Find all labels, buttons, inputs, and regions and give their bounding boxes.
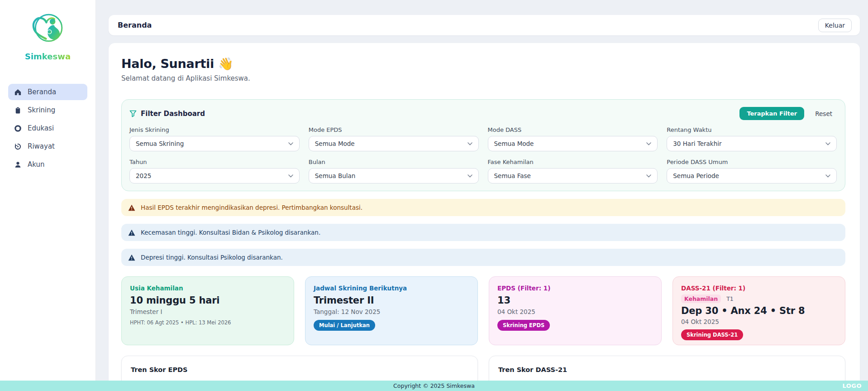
alert-epds-depression: Hasil EPDS terakhir mengindikasikan depr… (121, 199, 845, 216)
filter-field-jenis-skrining: Jenis Skrining Semua Skrining (129, 126, 300, 151)
main-area: Beranda Keluar Halo, Sunartii 👋 Selamat … (96, 0, 868, 391)
footer-bar: Copyright © 2025 Simkeswa LOGO (0, 381, 868, 391)
app-name: Simkeswa (25, 52, 71, 61)
logout-button[interactable]: Keluar (818, 19, 852, 32)
history-icon (14, 143, 22, 150)
filter-field-mode-dass: Mode DASS Semua Mode (488, 126, 658, 151)
warning-triangle-icon (128, 204, 135, 211)
periode-dass-select[interactable]: Semua Periode (667, 168, 837, 183)
dass-badge: Skrining DASS-21 (681, 329, 743, 340)
card-sub: Tanggal: 12 Nov 2025 (314, 308, 469, 315)
filter-field-mode-epds: Mode EPDS Semua Mode (309, 126, 479, 151)
chevron-down-icon (467, 174, 472, 178)
mode-epds-select[interactable]: Semua Mode (309, 136, 479, 151)
field-label: Fase Kehamilan (488, 159, 658, 165)
card-label: EPDS (Filter: 1) (497, 285, 653, 292)
alert-text: Hasil EPDS terakhir mengindikasikan depr… (141, 204, 362, 211)
chevron-down-icon (288, 174, 293, 178)
sidebar-item-riwayat[interactable]: Riwayat (8, 138, 87, 154)
card-sub: 04 Okt 2025 (681, 318, 837, 325)
filter-field-bulan: Bulan Semua Bulan (309, 159, 479, 183)
card-label: Jadwal Skrining Berikutnya (314, 285, 469, 292)
topbar: Beranda Keluar (109, 15, 860, 35)
app-layout: Simkeswa Beranda Skrining Edukas (0, 0, 868, 391)
sidebar-item-label: Riwayat (28, 142, 55, 150)
alert-anxiety: Kecemasan tinggi. Konsultasi Bidan & Psi… (121, 224, 845, 241)
home-icon (14, 88, 22, 96)
page-title: Beranda (118, 21, 152, 29)
copyright-text: Copyright © 2025 Simkeswa (393, 382, 475, 389)
card-sub: Trimester I (130, 308, 286, 315)
card-label: Usia Kehamilan (130, 285, 286, 292)
sidebar-item-label: Skrining (28, 106, 55, 114)
dass-chips: Kehamilan T1 (681, 294, 837, 303)
field-label: Tahun (129, 159, 300, 165)
epds-badge: Skrining EPDS (497, 320, 550, 331)
sidebar-nav: Beranda Skrining Edukasi (0, 84, 95, 174)
stat-cards: Usia Kehamilan 10 minggu 5 hari Trimeste… (121, 276, 845, 345)
bulan-select[interactable]: Semua Bulan (309, 168, 479, 183)
jenis-skrining-select[interactable]: Semua Skrining (129, 136, 300, 151)
app-logo: Simkeswa (25, 10, 71, 61)
reset-filter-button[interactable]: Reset (811, 107, 837, 120)
start-screening-button[interactable]: Mulai / Lanjutkan (314, 320, 375, 331)
fase-kehamilan-select[interactable]: Semua Fase (488, 168, 658, 183)
card-value: Trimester II (314, 295, 469, 306)
greeting-subtitle: Selamat datang di Aplikasi Simkeswa. (121, 74, 845, 82)
tahun-select[interactable]: 2025 (129, 168, 300, 183)
field-label: Mode EPDS (309, 126, 479, 133)
card-detail: HPHT: 06 Agt 2025 • HPL: 13 Mei 2026 (130, 319, 286, 326)
filter-funnel-icon (129, 110, 137, 117)
filter-field-tahun: Tahun 2025 (129, 159, 300, 183)
mode-dass-select[interactable]: Semua Mode (488, 136, 658, 151)
user-icon (14, 161, 22, 169)
chart-title: Tren Skor DASS-21 (498, 366, 836, 373)
alert-depression: Depresi tinggi. Konsultasi Psikolog disa… (121, 249, 845, 266)
filter-dashboard-panel: Filter Dashboard Terapkan Filter Reset J… (121, 99, 845, 191)
card-label: DASS-21 (Filter: 1) (681, 285, 837, 292)
alert-text: Depresi tinggi. Konsultasi Psikolog disa… (141, 254, 283, 261)
disc-icon (14, 125, 22, 132)
simkeswa-logo-icon (28, 10, 67, 49)
warning-triangle-icon (128, 254, 135, 261)
apply-filter-button[interactable]: Terapkan Filter (739, 107, 804, 120)
sidebar-item-edukasi[interactable]: Edukasi (8, 120, 87, 136)
field-label: Mode DASS (488, 126, 658, 133)
card-usia-kehamilan: Usia Kehamilan 10 minggu 5 hari Trimeste… (121, 276, 294, 345)
sidebar-item-label: Edukasi (28, 124, 54, 132)
greeting-title: Halo, Sunartii 👋 (121, 57, 845, 71)
wave-emoji: 👋 (218, 57, 233, 71)
chevron-down-icon (646, 174, 651, 178)
field-label: Periode DASS Umum (667, 159, 837, 165)
sidebar-item-beranda[interactable]: Beranda (8, 84, 87, 100)
sidebar-item-skrining[interactable]: Skrining (8, 102, 87, 118)
card-value: 10 minggu 5 hari (130, 295, 286, 306)
phase-chip: Kehamilan (681, 294, 721, 303)
rentang-waktu-select[interactable]: 30 Hari Terakhir (667, 136, 837, 151)
alert-text: Kecemasan tinggi. Konsultasi Bidan & Psi… (141, 229, 320, 236)
card-value: Dep 30 • Anx 24 • Str 8 (681, 305, 837, 316)
sidebar: Simkeswa Beranda Skrining Edukas (0, 0, 96, 391)
field-label: Bulan (309, 159, 479, 165)
chevron-down-icon (825, 174, 830, 178)
trimester-chip: T1 (726, 295, 734, 302)
dashboard-card: Halo, Sunartii 👋 Selamat datang di Aplik… (109, 43, 860, 391)
filter-title: Filter Dashboard (129, 110, 205, 118)
footer-logo-text: LOGO (842, 381, 862, 391)
sidebar-item-akun[interactable]: Akun (8, 156, 87, 173)
chart-title: Tren Skor EPDS (131, 366, 468, 373)
filter-field-rentang-waktu: Rentang Waktu 30 Hari Terakhir (667, 126, 837, 151)
card-value: 13 (497, 295, 653, 306)
filter-field-fase-kehamilan: Fase Kehamilan Semua Fase (488, 159, 658, 183)
card-sub: 04 Okt 2025 (497, 308, 653, 315)
sidebar-item-label: Akun (28, 160, 45, 169)
card-epds: EPDS (Filter: 1) 13 04 Okt 2025 Skrining… (489, 276, 662, 345)
chevron-down-icon (646, 142, 651, 145)
chevron-down-icon (467, 142, 472, 145)
sidebar-item-label: Beranda (28, 88, 56, 96)
chevron-down-icon (288, 142, 293, 145)
card-dass21: DASS-21 (Filter: 1) Kehamilan T1 Dep 30 … (672, 276, 845, 345)
card-jadwal-skrining: Jadwal Skrining Berikutnya Trimester II … (305, 276, 478, 345)
chevron-down-icon (825, 142, 830, 145)
field-label: Rentang Waktu (667, 126, 837, 133)
